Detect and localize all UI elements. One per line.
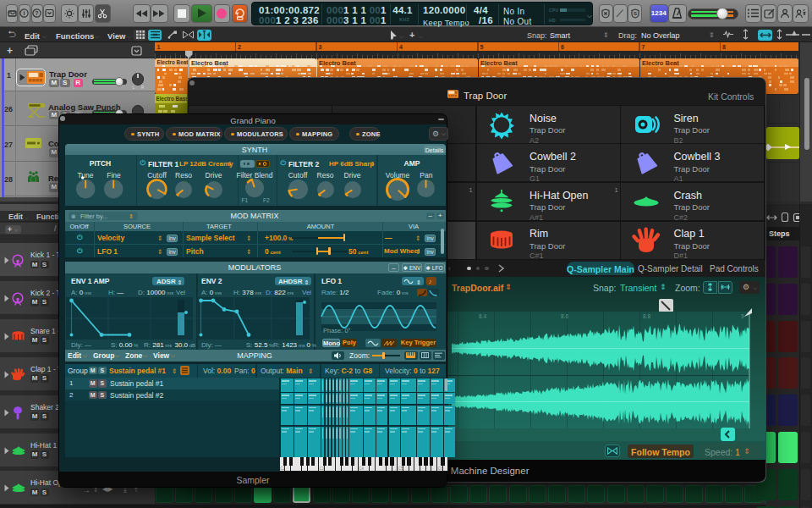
- svg-text:S: S: [633, 11, 636, 16]
- svg-text:i: i: [24, 10, 25, 16]
- svg-text:?: ?: [36, 10, 39, 16]
